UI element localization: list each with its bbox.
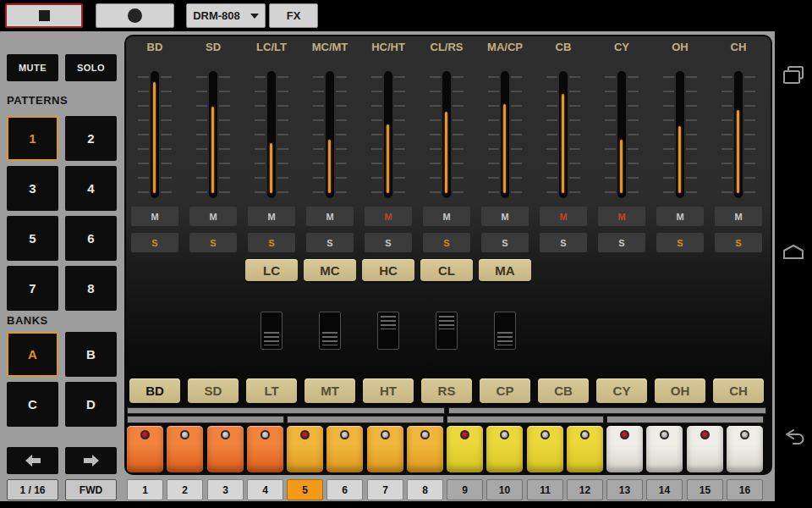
record-button[interactable] bbox=[96, 3, 174, 28]
pattern-button-1[interactable]: 1 bbox=[7, 116, 58, 161]
mute-button[interactable]: M bbox=[365, 207, 412, 226]
recents-button[interactable] bbox=[781, 64, 806, 92]
volume-fader[interactable] bbox=[151, 71, 159, 198]
pattern-button-5[interactable]: 5 bbox=[7, 216, 58, 261]
mute-button[interactable]: M bbox=[189, 207, 237, 226]
back-button[interactable] bbox=[781, 426, 806, 455]
solo-button[interactable]: S bbox=[306, 233, 354, 252]
solo-button[interactable]: S bbox=[131, 233, 178, 252]
home-button[interactable] bbox=[781, 240, 806, 268]
instrument-button-mt[interactable]: MT bbox=[304, 378, 355, 403]
step-button-4[interactable]: 4 bbox=[247, 479, 283, 500]
bank-button-b[interactable]: B bbox=[65, 332, 117, 377]
prev-pattern-button[interactable] bbox=[7, 447, 58, 474]
solo-button[interactable]: S bbox=[715, 233, 762, 252]
mute-button[interactable]: M bbox=[481, 207, 529, 226]
step-button-6[interactable]: 6 bbox=[326, 479, 363, 500]
drum-pad-9[interactable] bbox=[447, 426, 483, 472]
step-button-12[interactable]: 12 bbox=[567, 479, 603, 500]
volume-fader[interactable] bbox=[559, 71, 568, 198]
mute-button[interactable]: M bbox=[598, 207, 645, 226]
mute-button[interactable]: M bbox=[423, 207, 470, 226]
drum-pad-4[interactable] bbox=[247, 426, 283, 472]
drum-pad-8[interactable] bbox=[407, 426, 443, 472]
direction-button[interactable]: FWD bbox=[65, 479, 117, 500]
instrument-button-sd[interactable]: SD bbox=[188, 378, 239, 403]
mute-button[interactable]: M bbox=[540, 207, 587, 226]
solo-button[interactable]: S bbox=[423, 233, 470, 252]
variant-button-hc[interactable]: HC bbox=[362, 259, 414, 281]
drum-pad-7[interactable] bbox=[367, 426, 403, 472]
step-button-15[interactable]: 15 bbox=[687, 479, 723, 500]
drum-pad-6[interactable] bbox=[326, 426, 363, 472]
bank-button-c[interactable]: C bbox=[7, 382, 58, 427]
step-button-7[interactable]: 7 bbox=[367, 479, 403, 500]
solo-button[interactable]: S bbox=[248, 233, 295, 252]
kit-select-dropdown[interactable]: DRM-808 bbox=[186, 3, 266, 28]
drum-pad-2[interactable] bbox=[167, 426, 203, 472]
mute-button[interactable]: M bbox=[656, 207, 704, 226]
variant-button-mc[interactable]: MC bbox=[304, 259, 356, 281]
drum-pad-14[interactable] bbox=[646, 426, 683, 472]
drum-pad-5[interactable] bbox=[287, 426, 323, 472]
drum-pad-1[interactable] bbox=[127, 426, 163, 472]
volume-fader[interactable] bbox=[442, 71, 451, 198]
variant-button-ma[interactable]: MA bbox=[479, 259, 531, 281]
toggle-switch[interactable] bbox=[261, 312, 283, 350]
mute-button[interactable]: M bbox=[248, 207, 295, 226]
step-button-2[interactable]: 2 bbox=[167, 479, 203, 500]
volume-fader[interactable] bbox=[209, 71, 217, 198]
step-button-8[interactable]: 8 bbox=[407, 479, 443, 500]
drum-pad-15[interactable] bbox=[687, 426, 723, 472]
instrument-button-ch[interactable]: CH bbox=[713, 378, 764, 403]
pattern-button-8[interactable]: 8 bbox=[65, 266, 117, 311]
toggle-switch[interactable] bbox=[494, 312, 516, 350]
step-button-9[interactable]: 9 bbox=[447, 479, 483, 500]
bank-button-a[interactable]: A bbox=[7, 332, 58, 377]
pattern-button-4[interactable]: 4 bbox=[65, 166, 117, 211]
fx-button[interactable]: FX bbox=[269, 3, 318, 28]
drum-pad-16[interactable] bbox=[727, 426, 763, 472]
mute-mode-button[interactable]: MUTE bbox=[7, 54, 58, 81]
pattern-button-3[interactable]: 3 bbox=[7, 166, 58, 211]
pattern-button-2[interactable]: 2 bbox=[65, 116, 117, 161]
step-button-1[interactable]: 1 bbox=[127, 479, 163, 500]
next-pattern-button[interactable] bbox=[65, 447, 117, 474]
instrument-button-lt[interactable]: LT bbox=[246, 378, 297, 403]
instrument-button-oh[interactable]: OH bbox=[655, 378, 705, 403]
toggle-switch[interactable] bbox=[319, 312, 341, 350]
instrument-button-cp[interactable]: CP bbox=[480, 378, 530, 403]
drum-pad-12[interactable] bbox=[567, 426, 603, 472]
toggle-switch[interactable] bbox=[436, 312, 458, 350]
pattern-button-6[interactable]: 6 bbox=[65, 216, 117, 261]
volume-fader[interactable] bbox=[326, 71, 334, 198]
mute-button[interactable]: M bbox=[306, 207, 354, 226]
step-button-13[interactable]: 13 bbox=[606, 479, 643, 500]
instrument-button-bd[interactable]: BD bbox=[129, 378, 180, 403]
solo-button[interactable]: S bbox=[598, 233, 645, 252]
drum-pad-10[interactable] bbox=[486, 426, 523, 472]
stop-button[interactable] bbox=[5, 3, 83, 28]
volume-fader[interactable] bbox=[734, 71, 743, 198]
volume-fader[interactable] bbox=[267, 71, 276, 198]
volume-fader[interactable] bbox=[501, 71, 509, 198]
volume-fader[interactable] bbox=[617, 71, 626, 198]
step-button-10[interactable]: 10 bbox=[486, 479, 523, 500]
mute-button[interactable]: M bbox=[131, 207, 178, 226]
instrument-button-cy[interactable]: CY bbox=[596, 378, 647, 403]
step-button-14[interactable]: 14 bbox=[646, 479, 683, 500]
drum-pad-11[interactable] bbox=[527, 426, 563, 472]
solo-button[interactable]: S bbox=[189, 233, 237, 252]
step-button-3[interactable]: 3 bbox=[207, 479, 244, 500]
solo-button[interactable]: S bbox=[540, 233, 587, 252]
step-button-11[interactable]: 11 bbox=[527, 479, 563, 500]
drum-pad-13[interactable] bbox=[606, 426, 643, 472]
step-button-16[interactable]: 16 bbox=[727, 479, 763, 500]
toggle-switch[interactable] bbox=[377, 312, 399, 350]
bank-button-d[interactable]: D bbox=[65, 382, 117, 427]
solo-button[interactable]: S bbox=[656, 233, 704, 252]
pattern-button-7[interactable]: 7 bbox=[7, 266, 58, 311]
solo-button[interactable]: S bbox=[481, 233, 529, 252]
drum-pad-3[interactable] bbox=[207, 426, 244, 472]
volume-fader[interactable] bbox=[676, 71, 684, 198]
